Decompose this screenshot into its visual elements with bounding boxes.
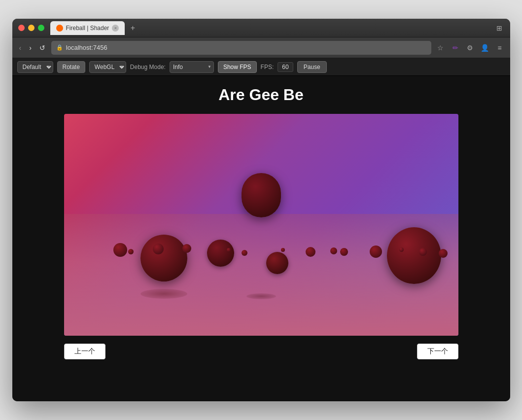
reload-icon: ↺ xyxy=(39,44,45,52)
back-icon: ‹ xyxy=(19,44,22,52)
reflection-center xyxy=(246,293,276,299)
reflection-left xyxy=(140,289,187,299)
lock-icon: 🔒 xyxy=(56,44,63,51)
back-button[interactable]: ‹ xyxy=(17,42,24,54)
browser-toolbar-icons: ☆ ✏ ⚙ 👤 ≡ xyxy=(435,42,505,53)
scatter-sphere-5 xyxy=(399,247,404,252)
sphere-medium-2 xyxy=(266,252,288,274)
new-tab-button[interactable]: + xyxy=(127,22,139,34)
bookmark-icon[interactable]: ☆ xyxy=(435,42,446,53)
browser-window: Fireball | Shader × + ⊞ ‹ › ↺ 🔒 localhos… xyxy=(12,19,510,401)
close-button[interactable] xyxy=(18,25,25,31)
active-tab[interactable]: Fireball | Shader × xyxy=(50,21,125,35)
fps-label: FPS: xyxy=(261,64,274,70)
prev-page-button[interactable]: 上一个 xyxy=(64,344,105,359)
debug-mode-select-wrapper: Info xyxy=(170,61,214,73)
scatter-sphere-6 xyxy=(419,248,427,256)
scatter-sphere-1 xyxy=(227,248,231,252)
show-fps-button[interactable]: Show FPS xyxy=(218,61,257,73)
title-bar: Fireball | Shader × + ⊞ xyxy=(12,19,510,37)
address-field[interactable]: 🔒 localhost:7456 xyxy=(51,41,431,55)
rotate-button[interactable]: Rotate xyxy=(57,61,85,73)
sphere-small-4 xyxy=(306,247,315,257)
debug-mode-label: Debug Mode: xyxy=(130,64,166,70)
window-controls xyxy=(18,25,44,31)
reload-button[interactable]: ↺ xyxy=(37,42,47,54)
forward-icon: › xyxy=(29,44,32,52)
default-select-wrapper: Default xyxy=(17,61,53,73)
scene-background xyxy=(64,114,458,336)
nav-buttons: 上一个 下一个 xyxy=(64,344,458,359)
maximize-button[interactable] xyxy=(38,25,44,31)
canvas-area: Are Gee Be xyxy=(12,76,510,401)
viewport xyxy=(64,114,458,336)
default-select[interactable]: Default xyxy=(17,61,53,73)
debug-mode-select[interactable]: Info xyxy=(170,61,214,73)
debug-toolbar: Default Rotate WebGL Debug Mode: Info Sh… xyxy=(12,58,510,76)
window-action-icon: ⊞ xyxy=(494,23,504,33)
scatter-sphere-8 xyxy=(128,249,134,254)
scatter-sphere-7 xyxy=(439,249,448,258)
webgl-select-wrapper: WebGL xyxy=(89,61,126,73)
sphere-small-3 xyxy=(182,244,191,253)
sphere-small-1 xyxy=(113,243,127,257)
extensions-icon[interactable]: ⚙ xyxy=(465,42,476,53)
address-bar: ‹ › ↺ 🔒 localhost:7456 ☆ ✏ ⚙ 👤 ≡ xyxy=(12,37,510,58)
pause-button[interactable]: Pause xyxy=(297,61,327,73)
webgl-select[interactable]: WebGL xyxy=(89,61,126,73)
sphere-large-right xyxy=(387,227,441,284)
next-page-button[interactable]: 下一个 xyxy=(417,344,458,359)
pen-icon[interactable]: ✏ xyxy=(450,42,461,53)
forward-button[interactable]: › xyxy=(27,42,34,54)
scatter-sphere-2 xyxy=(242,250,247,256)
minimize-button[interactable] xyxy=(28,25,35,31)
fps-value: 60 xyxy=(278,62,293,72)
sphere-large-left xyxy=(140,235,187,281)
scatter-sphere-4 xyxy=(330,247,337,254)
menu-icon[interactable]: ≡ xyxy=(494,42,505,53)
scatter-sphere-3 xyxy=(281,248,285,252)
url-text: localhost:7456 xyxy=(66,44,107,51)
sphere-small-2 xyxy=(153,244,164,254)
tab-bar: Fireball | Shader × + xyxy=(50,21,494,35)
sphere-small-6 xyxy=(370,245,382,258)
tab-label: Fireball | Shader xyxy=(66,25,109,32)
capsule-center xyxy=(242,173,281,217)
profile-icon[interactable]: 👤 xyxy=(480,42,490,53)
tab-close-button[interactable]: × xyxy=(112,25,119,32)
sphere-medium-1 xyxy=(207,240,234,267)
scene-title: Are Gee Be xyxy=(218,86,304,104)
tab-favicon xyxy=(56,25,63,32)
sphere-small-5 xyxy=(340,248,348,256)
